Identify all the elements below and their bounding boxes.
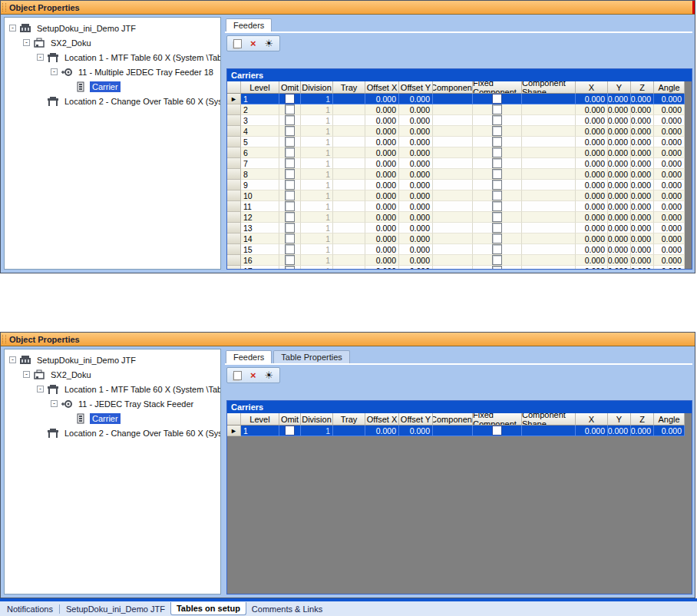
grid-cell-y[interactable]: 0.000 [608, 266, 631, 270]
window-titlebar[interactable]: Object Properties [1, 1, 695, 15]
grid-cell-level[interactable]: 17 [241, 266, 279, 270]
column-header-fixed_component[interactable]: Fixed Component [473, 413, 522, 426]
grid-cell-tray[interactable] [333, 223, 365, 233]
grid-cell-fixed_component[interactable] [473, 158, 522, 169]
grid-cell-division[interactable]: 1 [301, 201, 333, 212]
grid-cell-z[interactable]: 0.000 [631, 180, 654, 190]
grid-cell-y[interactable]: 0.000 [608, 147, 631, 158]
grid-cell-tray[interactable] [333, 137, 365, 147]
row-selector-cell[interactable] [227, 244, 241, 255]
grid-cell-omit[interactable] [279, 426, 301, 436]
grid-cell-x[interactable]: 0.000 [576, 94, 608, 104]
grid-cell-level[interactable]: 1 [241, 94, 279, 104]
row-selector-cell[interactable] [227, 266, 241, 270]
grid-cell-component_shape[interactable] [522, 126, 576, 137]
grid-cell-tray[interactable] [333, 94, 365, 104]
grid-cell-angle[interactable]: 0.000 [654, 266, 685, 270]
grid-cell-z[interactable]: 0.000 [631, 126, 654, 137]
grid-cell-tray[interactable] [333, 180, 365, 190]
grid-cell-y[interactable]: 0.000 [608, 255, 631, 266]
row-selector-cell[interactable] [227, 115, 241, 126]
grid-cell-fixed_component[interactable] [473, 169, 522, 180]
grid-cell-tray[interactable] [333, 201, 365, 212]
row-selector-cell[interactable] [227, 137, 241, 147]
grid-cell-division[interactable]: 1 [301, 137, 333, 147]
grid-cell-level[interactable]: 12 [241, 212, 279, 223]
grid-cell-offset_x[interactable]: 0.000 [365, 126, 399, 137]
grid-cell-y[interactable]: 0.000 [608, 169, 631, 180]
fixed_component-checkbox[interactable] [492, 244, 502, 254]
grid-cell-division[interactable]: 1 [301, 180, 333, 190]
grid-cell-angle[interactable]: 0.000 [654, 201, 685, 212]
grid-cell-omit[interactable] [279, 266, 301, 270]
fixed_component-checkbox[interactable] [492, 201, 502, 211]
grid-cell-division[interactable]: 1 [301, 223, 333, 233]
omit-checkbox[interactable] [285, 190, 295, 200]
grid-cell-fixed_component[interactable] [473, 180, 522, 190]
grid-cell-component[interactable] [433, 158, 473, 169]
grid-cell-component[interactable] [433, 180, 473, 190]
grid-cell-tray[interactable] [333, 104, 365, 115]
grid-cell-x[interactable]: 0.000 [576, 104, 608, 115]
column-header-level[interactable]: Level [241, 81, 279, 94]
grid-cell-offset_y[interactable]: 0.000 [399, 201, 433, 212]
grid-cell-level[interactable]: 13 [241, 223, 279, 233]
column-header-z[interactable]: Z [631, 413, 654, 426]
omit-checkbox[interactable] [285, 147, 295, 157]
grid-cell-z[interactable]: 0.000 [631, 158, 654, 169]
grid-cell-z[interactable]: 0.000 [631, 266, 654, 270]
column-header-angle[interactable]: Angle [654, 413, 685, 426]
fixed_component-checkbox[interactable] [492, 126, 502, 136]
fixed_component-checkbox[interactable] [492, 169, 502, 179]
grid-cell-level[interactable]: 3 [241, 115, 279, 126]
grid-cell-component[interactable] [433, 244, 473, 255]
grid-cell-component[interactable] [433, 94, 473, 104]
grid-cell-component_shape[interactable] [522, 266, 576, 270]
tab-feeders[interactable]: Feeders [226, 350, 272, 363]
grid-cell-offset_y[interactable]: 0.000 [399, 180, 433, 190]
grid-cell-x[interactable]: 0.000 [576, 115, 608, 126]
row-selector-cell[interactable] [227, 169, 241, 180]
grid-cell-offset_x[interactable]: 0.000 [365, 147, 399, 158]
grid-cell-y[interactable]: 0.000 [608, 115, 631, 126]
grid-cell-fixed_component[interactable] [473, 126, 522, 137]
grid-cell-component[interactable] [433, 233, 473, 244]
column-header-division[interactable]: Division [301, 413, 333, 426]
omit-checkbox[interactable] [285, 201, 295, 211]
column-header-x[interactable]: X [576, 413, 608, 426]
grid-cell-division[interactable]: 1 [301, 212, 333, 223]
tree-item[interactable]: -SX2_Doku [5, 35, 220, 50]
grid-cell-division[interactable]: 1 [301, 244, 333, 255]
grid-cell-tray[interactable] [333, 266, 365, 270]
row-selector-cell[interactable] [227, 201, 241, 212]
grid-cell-offset_x[interactable]: 0.000 [365, 180, 399, 190]
grid-cell-x[interactable]: 0.000 [576, 137, 608, 147]
tree-item[interactable]: -Location 1 - MTF Table 60 X (System \Ta… [5, 50, 220, 65]
column-header-angle[interactable]: Angle [654, 81, 685, 94]
tree-item-label[interactable]: Carrier [90, 81, 121, 92]
grid-cell-offset_x[interactable]: 0.000 [365, 223, 399, 233]
column-header-omit[interactable]: Omit [279, 413, 301, 426]
grid-cell-z[interactable]: 0.000 [631, 244, 654, 255]
row-selector-cell[interactable] [227, 255, 241, 266]
tree-item[interactable]: Location 2 - Change Over Table 60 X (Sys… [5, 426, 220, 440]
grid-cell-offset_x[interactable]: 0.000 [365, 212, 399, 223]
omit-checkbox[interactable] [285, 223, 295, 233]
column-header-y[interactable]: Y [608, 413, 631, 426]
tree-expander-icon[interactable]: - [51, 68, 58, 75]
row-selector-cell[interactable] [227, 223, 241, 233]
grid-cell-fixed_component[interactable] [473, 426, 522, 436]
new-item-icon[interactable] [233, 39, 242, 48]
grid-cell-z[interactable]: 0.000 [631, 147, 654, 158]
omit-checkbox[interactable] [285, 104, 295, 114]
omit-checkbox[interactable] [285, 94, 295, 104]
omit-checkbox[interactable] [285, 255, 295, 265]
grid-cell-fixed_component[interactable] [473, 266, 522, 270]
row-selector-cell[interactable] [227, 190, 241, 201]
grid-cell-component_shape[interactable] [522, 201, 576, 212]
grid-cell-offset_y[interactable]: 0.000 [399, 212, 433, 223]
column-header-offset_y[interactable]: Offset Y [399, 81, 433, 94]
grid-cell-component[interactable] [433, 255, 473, 266]
grid-cell-component_shape[interactable] [522, 212, 576, 223]
column-header-offset_y[interactable]: Offset Y [399, 413, 433, 426]
